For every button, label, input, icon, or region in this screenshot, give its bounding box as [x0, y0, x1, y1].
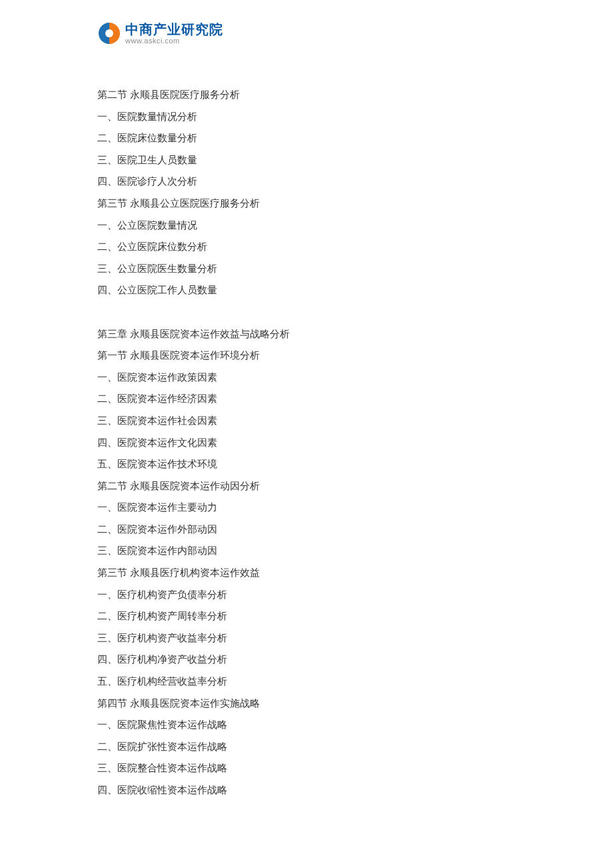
- toc-line: 三、医院整合性资本运作战略: [97, 757, 516, 779]
- toc-line: 四、医院资本运作文化因素: [97, 432, 516, 454]
- toc-line: 三、公立医院医生数量分析: [97, 258, 516, 280]
- svg-point-0: [105, 29, 113, 37]
- toc-line: 四、医院诊疗人次分析: [97, 171, 516, 193]
- toc-line: 第三节 永顺县公立医院医疗服务分析: [97, 193, 516, 215]
- toc-line: 五、医院资本运作技术环境: [97, 453, 516, 475]
- toc-line: 三、医院卫生人员数量: [97, 149, 516, 171]
- toc-line: 第三章 永顺县医院资本运作效益与战略分析: [97, 323, 516, 345]
- toc-line: 第二节 永顺县医院资本运作动因分析: [97, 475, 516, 497]
- toc-content: 第二节 永顺县医院医疗服务分析一、医院数量情况分析二、医院床位数量分析三、医院卫…: [97, 84, 516, 801]
- toc-line: 一、医院资本运作主要动力: [97, 497, 516, 519]
- toc-line: 一、公立医院数量情况: [97, 215, 516, 237]
- toc-line: 一、医院数量情况分析: [97, 106, 516, 128]
- toc-line: 二、医院资本运作外部动因: [97, 519, 516, 541]
- toc-line: 四、公立医院工作人员数量: [97, 279, 516, 301]
- toc-line: 二、医院资本运作经济因素: [97, 388, 516, 410]
- toc-line: 三、医疗机构资产收益率分析: [97, 627, 516, 649]
- toc-line: 四、医院收缩性资本运作战略: [97, 779, 516, 801]
- toc-line: 第一节 永顺县医院资本运作环境分析: [97, 345, 516, 367]
- toc-line: 第三节 永顺县医疗机构资本运作效益: [97, 562, 516, 584]
- blank-line: [97, 301, 516, 323]
- toc-line: 二、医院床位数量分析: [97, 127, 516, 149]
- logo-text: 中商产业研究院 www.askci.com: [125, 23, 223, 45]
- logo: 中商产业研究院 www.askci.com: [97, 19, 223, 48]
- toc-line: 三、医院资本运作社会因素: [97, 410, 516, 432]
- toc-line: 四、医疗机构净资产收益分析: [97, 649, 516, 671]
- toc-line: 第二节 永顺县医院医疗服务分析: [97, 84, 516, 106]
- logo-icon: [97, 21, 121, 45]
- toc-line: 二、医疗机构资产周转率分析: [97, 605, 516, 627]
- toc-line: 二、公立医院床位数分析: [97, 236, 516, 258]
- toc-line: 三、医院资本运作内部动因: [97, 540, 516, 562]
- toc-line: 一、医疗机构资产负债率分析: [97, 584, 516, 606]
- toc-line: 一、医院聚焦性资本运作战略: [97, 714, 516, 736]
- toc-line: 五、医疗机构经营收益率分析: [97, 671, 516, 693]
- toc-line: 第四节 永顺县医院资本运作实施战略: [97, 693, 516, 715]
- logo-cn: 中商产业研究院: [125, 23, 223, 36]
- toc-line: 二、医院扩张性资本运作战略: [97, 736, 516, 758]
- toc-line: 一、医院资本运作政策因素: [97, 367, 516, 389]
- logo-en: www.askci.com: [125, 37, 223, 45]
